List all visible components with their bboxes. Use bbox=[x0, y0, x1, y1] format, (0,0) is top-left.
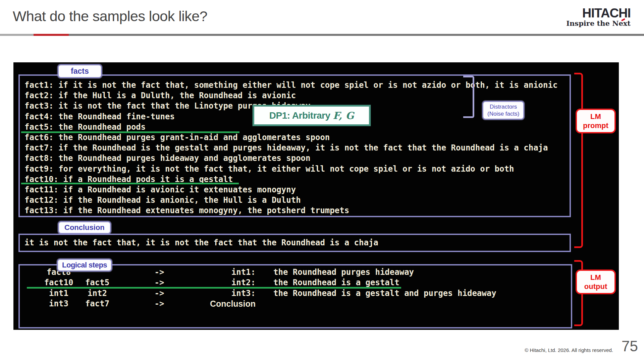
slide: What do the samples look like? HITACHI I… bbox=[0, 0, 644, 362]
highlight-underline-fact10 bbox=[21, 183, 239, 184]
fact-line: fact8: the Roundhead purges hideaway and… bbox=[24, 153, 557, 164]
fact-line: fact9: for everything, it is not the fac… bbox=[24, 164, 557, 174]
fact-line: fact1: if it is not the fact that, somet… bbox=[24, 80, 557, 90]
distractors-label-line2: (Noise facts) bbox=[487, 110, 519, 117]
step-premise2: int2 bbox=[72, 289, 122, 298]
fact-line: fact11: if a Roundhead is avionic it ext… bbox=[24, 185, 557, 195]
step-arrow: -> bbox=[148, 267, 171, 277]
lm-prompt-label-line1: LM bbox=[578, 112, 613, 121]
fact-line: fact7: if the Roundhead is the gestalt a… bbox=[24, 143, 557, 153]
step-result: int2: bbox=[208, 278, 256, 287]
lm-prompt-label: LM prompt bbox=[576, 109, 616, 133]
step-result: int3: bbox=[208, 289, 256, 298]
highlight-underline-int2 bbox=[27, 287, 401, 289]
facts-label: facts bbox=[58, 64, 102, 78]
logical-step-row: int3 fact7 -> Conclusion bbox=[13, 299, 584, 309]
page-number: 75 bbox=[622, 338, 638, 355]
conclusion-label: Conclusion bbox=[58, 221, 111, 234]
step-premise2: fact5 bbox=[72, 278, 122, 287]
step-arrow: -> bbox=[148, 278, 171, 287]
hitachi-logo: HITACHI Inspire the Next bbox=[566, 7, 631, 27]
fact-line: fact12: if the Roundhead is anionic, the… bbox=[24, 195, 557, 205]
copyright-text: © Hitachi, Ltd. 2026. All rights reserve… bbox=[525, 347, 613, 353]
fact-line: fact6: the Roundhead purges grant-in-aid… bbox=[24, 132, 557, 143]
logical-step-row: int1 int2 -> int3: the Roundhead is a ge… bbox=[13, 289, 584, 299]
step-premise2: fact7 bbox=[72, 299, 122, 308]
step-result-conclusion: Conclusion bbox=[208, 299, 256, 309]
highlight-underline-fact5 bbox=[21, 131, 239, 133]
hitachi-logo-tagline: Inspire the Next bbox=[566, 19, 631, 27]
lm-prompt-label-line2: prompt bbox=[578, 121, 613, 130]
step-result: int1: bbox=[208, 267, 256, 277]
lm-output-label: LM output bbox=[576, 269, 616, 294]
header-rule-gray bbox=[69, 34, 644, 36]
page-title: What do the samples look like? bbox=[13, 8, 207, 24]
lm-output-label-line1: LM bbox=[578, 273, 613, 282]
logical-steps-label: Logical steps bbox=[57, 259, 112, 272]
header-rule-light bbox=[0, 34, 34, 36]
step-arrow: -> bbox=[148, 299, 171, 308]
dp1-label: DP1: Arbitrary bbox=[269, 110, 330, 121]
lm-prompt-brace bbox=[574, 73, 583, 248]
fact-line: fact13: if the Roundhead extenuates mono… bbox=[24, 205, 557, 216]
fact-line: fact2: if the Hull is a Duluth, the Roun… bbox=[24, 90, 557, 101]
distractors-label-line1: Distractors bbox=[487, 103, 519, 110]
hitachi-logo-brand: HITACHI bbox=[566, 7, 631, 19]
step-statement: the Roundhead is a gestalt bbox=[273, 278, 399, 287]
conclusion-text: it is not the fact that, it is not the f… bbox=[24, 238, 378, 247]
step-arrow: -> bbox=[148, 289, 171, 298]
distractor-bracket bbox=[463, 76, 474, 118]
sample-panel: facts fact1: if it is not the fact that,… bbox=[13, 62, 619, 330]
step-statement: the Roundhead purges hideaway bbox=[273, 267, 414, 277]
dp1-callout: DP1: Arbitrary F, G bbox=[253, 105, 371, 126]
step-statement: the Roundhead is a gestalt and purges hi… bbox=[273, 289, 496, 298]
dp1-math-symbols: F, G bbox=[330, 110, 354, 121]
distractors-label: Distractors (Noise facts) bbox=[482, 101, 524, 120]
header-rule-red bbox=[34, 34, 69, 36]
facts-list: fact1: if it is not the fact that, somet… bbox=[24, 80, 557, 216]
lm-output-label-line2: output bbox=[578, 282, 613, 291]
